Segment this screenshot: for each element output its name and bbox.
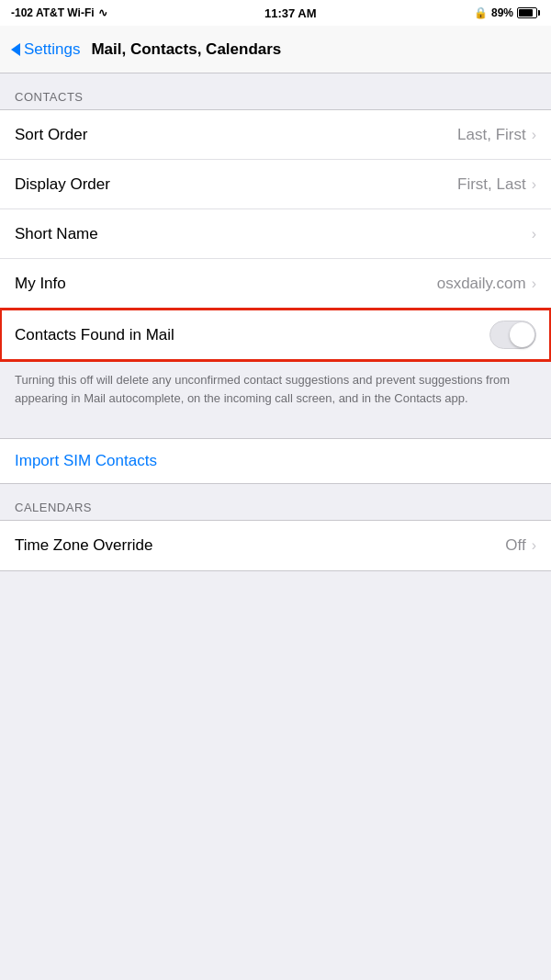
time-zone-override-value-text: Off — [505, 536, 525, 555]
sort-order-label: Sort Order — [15, 126, 87, 144]
sort-order-value-text: Last, First — [457, 126, 526, 144]
my-info-value: osxdaily.com › — [437, 275, 536, 293]
display-order-value-text: First, Last — [457, 175, 526, 194]
display-order-value: First, Last › — [457, 175, 536, 194]
contacts-found-description: Turning this off will delete any unconfi… — [0, 362, 551, 422]
back-button[interactable]: Settings — [11, 40, 80, 59]
contacts-section-header: CONTACTS — [0, 73, 551, 109]
display-order-chevron-icon: › — [532, 177, 536, 192]
calendars-settings-group: Time Zone Override Off › — [0, 520, 551, 571]
time-zone-override-row[interactable]: Time Zone Override Off › — [0, 521, 551, 570]
short-name-value: › — [532, 227, 536, 242]
status-bar: -102 AT&T Wi-Fi ∿ 11:37 AM 🔒 89% — [0, 0, 551, 26]
status-signal: -102 AT&T Wi-Fi ∿ — [11, 6, 107, 19]
back-button-label: Settings — [24, 40, 80, 59]
contacts-found-in-mail-label: Contacts Found in Mail — [15, 326, 174, 344]
time-zone-override-value: Off › — [505, 536, 536, 555]
sort-order-value: Last, First › — [457, 126, 536, 144]
page-title: Mail, Contacts, Calendars — [91, 40, 281, 59]
lock-icon: 🔒 — [474, 6, 488, 19]
my-info-value-text: osxdaily.com — [437, 275, 526, 293]
status-battery-area: 🔒 89% — [474, 6, 540, 19]
time-zone-override-label: Time Zone Override — [15, 536, 153, 555]
import-sim-label: Import SIM Contacts — [15, 452, 157, 469]
contacts-found-in-mail-row[interactable]: Contacts Found in Mail — [0, 309, 551, 361]
battery-percent: 89% — [491, 6, 513, 19]
my-info-row[interactable]: My Info osxdaily.com › — [0, 259, 551, 309]
my-info-chevron-icon: › — [532, 276, 536, 291]
sort-order-chevron-icon: › — [532, 128, 536, 142]
time-zone-override-chevron-icon: › — [532, 538, 536, 553]
contacts-settings-group: Sort Order Last, First › Display Order F… — [0, 109, 551, 362]
short-name-label: Short Name — [15, 225, 98, 243]
wifi-icon: ∿ — [98, 6, 107, 19]
back-chevron-icon — [11, 43, 20, 56]
calendars-section-header: CALENDARS — [0, 484, 551, 520]
battery-icon — [517, 7, 540, 18]
toggle-knob — [510, 322, 534, 347]
signal-text: -102 AT&T Wi-Fi — [11, 6, 95, 19]
contacts-found-in-mail-toggle[interactable] — [489, 321, 536, 349]
status-time: 11:37 AM — [264, 6, 317, 20]
my-info-label: My Info — [15, 275, 66, 293]
short-name-chevron-icon: › — [532, 227, 536, 242]
short-name-row[interactable]: Short Name › — [0, 209, 551, 259]
navigation-bar: Settings Mail, Contacts, Calendars — [0, 26, 551, 73]
sort-order-row[interactable]: Sort Order Last, First › — [0, 110, 551, 160]
import-sim-row[interactable]: Import SIM Contacts — [0, 438, 551, 484]
display-order-label: Display Order — [15, 175, 110, 194]
display-order-row[interactable]: Display Order First, Last › — [0, 160, 551, 209]
